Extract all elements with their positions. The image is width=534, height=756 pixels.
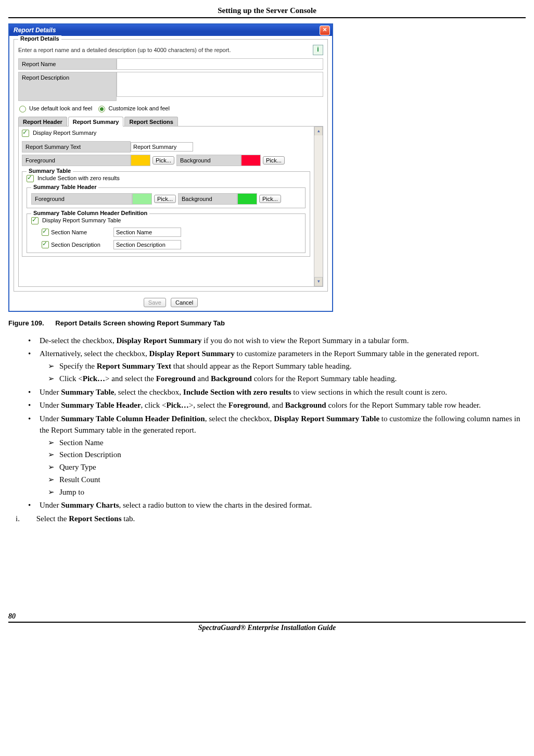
fieldset-legend: Report Details xyxy=(18,35,61,42)
summary-colhdr-def-fieldset: Summary Table Column Header Definition D… xyxy=(27,213,306,253)
running-header: Setting up the Server Console xyxy=(8,6,526,18)
foreground-label-2: Foreground xyxy=(31,193,132,205)
doc-content: De-select the checkbox, Display Report S… xyxy=(8,335,526,525)
bullet: Under Summary Table Header, click <Pick…… xyxy=(40,400,520,411)
page-number: 80 xyxy=(8,612,526,621)
save-button[interactable]: Save xyxy=(144,298,166,307)
footer-title: SpectraGuard® Enterprise Installation Gu… xyxy=(8,624,526,632)
step-i: i. Select the Report Sections tab. xyxy=(8,513,526,525)
summary-text-label: Report Summary Text xyxy=(22,141,131,153)
chk-section-desc[interactable] xyxy=(42,241,49,248)
info-icon[interactable]: i xyxy=(313,45,323,55)
tabs: Report Header Report Summary Report Sect… xyxy=(18,117,323,287)
summary-table-header-legend: Summary Table Header xyxy=(31,184,98,190)
tab-panel: ▴ ▾ Display Report Summary Report Summar… xyxy=(18,126,323,287)
summary-text-input[interactable]: Report Summary xyxy=(131,142,193,152)
report-details-fieldset: Report Details Enter a report name and a… xyxy=(14,39,328,292)
figure-caption: Figure 109. Report Details Screen showin… xyxy=(8,319,526,327)
radio-customize-label: Customize look and feel xyxy=(108,105,169,111)
bullet: De-select the checkbox, Display Report S… xyxy=(40,335,520,347)
section-desc-input[interactable]: Section Description xyxy=(113,240,181,249)
background-swatch-1 xyxy=(241,155,261,166)
dialog-footer: Save Cancel xyxy=(14,296,328,309)
foreground-label-1: Foreground xyxy=(22,155,131,166)
sub-bullet: Specify the Report Summary Text that sho… xyxy=(59,361,520,372)
dialog-titlebar[interactable]: Report Details × xyxy=(9,24,332,36)
step-number: i. xyxy=(16,513,34,525)
summary-colhdr-def-legend: Summary Table Column Header Definition xyxy=(31,210,149,216)
summary-table-header-fieldset: Summary Table Header Foreground Pick... … xyxy=(27,187,306,208)
tab-report-sections[interactable]: Report Sections xyxy=(124,117,177,127)
sub-bullet: Section Description xyxy=(59,449,520,461)
scroll-down-icon[interactable]: ▾ xyxy=(314,277,323,286)
chk-display-summary[interactable] xyxy=(22,130,29,137)
radio-default-label: Use default look and feel xyxy=(29,105,92,111)
tab-report-header[interactable]: Report Header xyxy=(18,117,67,127)
sub-bullet: Click <Pick…> and select the Foreground … xyxy=(59,373,520,385)
background-label-2: Background xyxy=(178,193,237,205)
figure-title: Report Details Screen showing Report Sum… xyxy=(55,319,225,327)
bullet: Alternatively, select the checkbox, Disp… xyxy=(40,348,520,384)
figure-number: Figure 109. xyxy=(8,319,44,327)
chk-section-name-label: Section Name xyxy=(51,229,113,235)
foreground-swatch-1 xyxy=(131,155,150,166)
chk-section-desc-label: Section Description xyxy=(51,242,113,248)
dialog-title: Report Details xyxy=(14,27,56,34)
bullet: Under Summary Table, select the checkbox… xyxy=(40,387,520,398)
summary-table-legend: Summary Table xyxy=(27,168,73,174)
report-name-input[interactable] xyxy=(117,58,323,70)
tab-report-summary[interactable]: Report Summary xyxy=(68,117,124,127)
chk-display-summary-table-label: Display Report Summary Table xyxy=(42,217,121,223)
pick-bg-1[interactable]: Pick... xyxy=(263,156,285,165)
sub-bullet: Jump to xyxy=(59,487,520,498)
report-description-input[interactable] xyxy=(117,72,323,97)
report-description-label: Report Description xyxy=(18,72,117,101)
background-label-1: Background xyxy=(176,155,241,166)
pick-fg-2[interactable]: Pick... xyxy=(154,195,176,203)
section-name-input[interactable]: Section Name xyxy=(113,228,181,237)
pick-bg-2[interactable]: Pick... xyxy=(259,195,281,203)
bullet: Under Summary Charts, select a radio but… xyxy=(40,500,520,511)
report-details-dialog: Report Details × Report Details Enter a … xyxy=(8,23,333,312)
radio-customize-look[interactable] xyxy=(98,106,105,112)
chk-include-zero-label: Include Section with zero results xyxy=(37,175,120,181)
cancel-button[interactable]: Cancel xyxy=(171,298,198,307)
radio-default-look[interactable] xyxy=(19,106,26,112)
pick-fg-1[interactable]: Pick... xyxy=(152,156,174,165)
close-icon[interactable]: × xyxy=(320,26,330,35)
scrollbar[interactable]: ▴ ▾ xyxy=(314,127,323,286)
sub-bullet: Query Type xyxy=(59,462,520,473)
chk-display-summary-label: Display Report Summary xyxy=(33,130,96,136)
hint-text: Enter a report name and a detailed descr… xyxy=(18,47,231,53)
bullet: Under Summary Table Column Header Defini… xyxy=(40,413,520,498)
foreground-swatch-2 xyxy=(132,193,152,205)
sub-bullet: Result Count xyxy=(59,474,520,486)
chk-include-zero[interactable] xyxy=(27,175,34,182)
chk-display-summary-table[interactable] xyxy=(31,217,39,224)
page-footer: 80 SpectraGuard® Enterprise Installation… xyxy=(0,612,534,637)
summary-table-fieldset: Summary Table Include Section with zero … xyxy=(22,171,310,257)
chk-section-name[interactable] xyxy=(42,229,49,236)
sub-bullet: Section Name xyxy=(59,437,520,449)
background-swatch-2 xyxy=(237,193,257,205)
report-name-label: Report Name xyxy=(18,58,117,70)
scroll-up-icon[interactable]: ▴ xyxy=(314,127,323,136)
